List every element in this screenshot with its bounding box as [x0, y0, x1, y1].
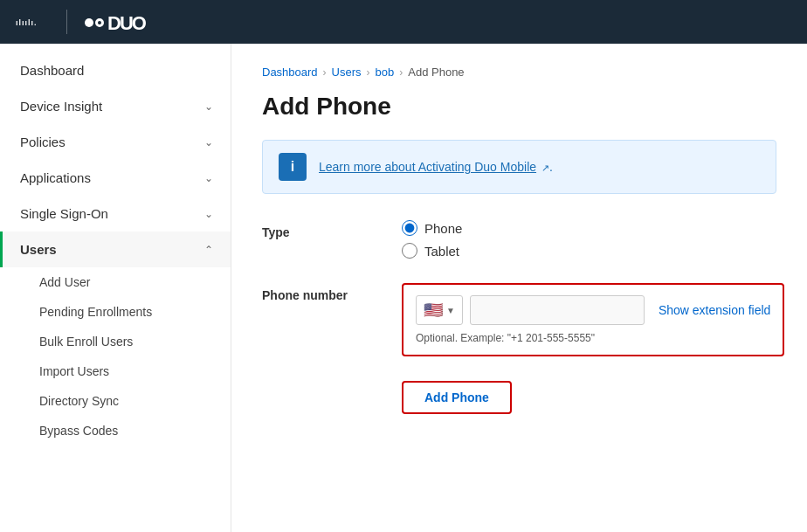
sidebar-item-single-sign-on[interactable]: Single Sign-On ⌄: [0, 196, 231, 231]
chevron-down-icon: ⌄: [204, 172, 213, 184]
breadcrumb-sep-2: ›: [367, 66, 370, 79]
breadcrumb: Dashboard › Users › bob › Add Phone: [262, 66, 776, 79]
sidebar-item-label: Applications: [20, 170, 91, 185]
flag-emoji: 🇺🇸: [424, 301, 443, 320]
radio-option-phone[interactable]: Phone: [402, 220, 776, 236]
breadcrumb-sep-1: ›: [323, 66, 327, 79]
sidebar-sub-item-bypass-codes[interactable]: Bypass Codes: [0, 416, 231, 446]
breadcrumb-dashboard[interactable]: Dashboard: [262, 66, 318, 79]
info-banner-text: Learn more about Activating Duo Mobile ↗…: [319, 160, 553, 174]
info-icon: i: [279, 153, 307, 181]
radio-tablet-label: Tablet: [424, 244, 459, 259]
add-phone-button[interactable]: Add Phone: [402, 381, 512, 414]
chevron-down-icon: ⌄: [204, 100, 213, 113]
chevron-down-icon: ⌄: [204, 208, 213, 220]
phone-field-wrapper: 🇺🇸 ▼ Show extension field Optional. Exam…: [402, 283, 784, 356]
phone-number-form-row: Phone number 🇺🇸 ▼ Show extension field O…: [262, 283, 776, 356]
country-chevron-icon: ▼: [446, 306, 455, 315]
radio-phone-label: Phone: [424, 221, 462, 236]
phone-input-row: 🇺🇸 ▼ Show extension field: [416, 295, 770, 325]
radio-option-tablet[interactable]: Tablet: [402, 243, 776, 259]
sidebar-sub-item-bulk-enroll-users[interactable]: Bulk Enroll Users: [0, 327, 231, 356]
chevron-up-icon: ⌃: [204, 244, 213, 256]
svg-text:CISCO: CISCO: [16, 28, 45, 30]
sidebar-item-device-insight[interactable]: Device Insight ⌄: [0, 88, 231, 124]
sidebar-item-applications[interactable]: Applications ⌄: [0, 160, 231, 196]
svg-text:ılıılı.: ılıılı.: [16, 18, 38, 27]
sidebar-item-label: Single Sign-On: [20, 206, 108, 221]
cisco-logo-svg: ılıılı. CISCO: [16, 14, 49, 30]
phone-hint: Optional. Example: "+1 201-555-5555": [416, 332, 770, 344]
radio-tablet[interactable]: [402, 243, 417, 259]
sidebar-item-label: Policies: [20, 135, 66, 149]
phone-number-label: Phone number: [262, 283, 402, 302]
sidebar-sub-item-import-users[interactable]: Import Users: [0, 356, 231, 386]
sidebar-sub-item-add-user[interactable]: Add User: [0, 267, 231, 297]
breadcrumb-current: Add Phone: [408, 66, 464, 79]
chevron-down-icon: ⌄: [204, 136, 213, 149]
cisco-duo-logo: ılıılı. CISCO DUO: [16, 10, 145, 35]
sidebar-item-policies[interactable]: Policies ⌄: [0, 124, 231, 160]
breadcrumb-bob[interactable]: bob: [376, 66, 395, 79]
phone-number-field: 🇺🇸 ▼ Show extension field Optional. Exam…: [402, 283, 784, 356]
show-extension-link[interactable]: Show extension field: [659, 303, 770, 317]
sidebar-item-label: Users: [20, 242, 57, 257]
radio-phone[interactable]: [402, 220, 417, 236]
type-radio-group: Phone Tablet: [402, 220, 776, 259]
phone-number-input[interactable]: [470, 295, 645, 325]
sidebar-sub-item-directory-sync[interactable]: Directory Sync: [0, 386, 231, 416]
main-layout: Dashboard Device Insight ⌄ Policies ⌄ Ap…: [0, 44, 807, 532]
sidebar-item-label: Device Insight: [20, 99, 102, 114]
sidebar: Dashboard Device Insight ⌄ Policies ⌄ Ap…: [0, 44, 231, 532]
breadcrumb-sep-3: ›: [399, 66, 403, 79]
type-field: Phone Tablet: [402, 220, 776, 259]
sidebar-users-submenu: Add User Pending Enrollments Bulk Enroll…: [0, 267, 231, 446]
type-form-row: Type Phone Tablet: [262, 220, 776, 259]
page-title: Add Phone: [262, 93, 776, 121]
breadcrumb-users[interactable]: Users: [332, 66, 362, 79]
top-navigation: ılıılı. CISCO DUO: [0, 0, 807, 44]
country-select[interactable]: 🇺🇸 ▼: [416, 295, 463, 325]
main-content: Dashboard › Users › bob › Add Phone Add …: [231, 44, 807, 532]
sidebar-item-label: Dashboard: [20, 63, 84, 78]
add-phone-button-row: Add Phone: [402, 381, 776, 414]
sidebar-item-users[interactable]: Users ⌃: [0, 231, 231, 267]
info-banner: i Learn more about Activating Duo Mobile…: [262, 140, 776, 194]
sidebar-item-dashboard[interactable]: Dashboard: [0, 52, 231, 88]
type-label: Type: [262, 220, 402, 239]
info-banner-link[interactable]: Learn more about Activating Duo Mobile: [319, 160, 536, 174]
sidebar-sub-item-pending-enrollments[interactable]: Pending Enrollments: [0, 297, 231, 327]
external-link-icon: ↗︎: [541, 162, 549, 173]
